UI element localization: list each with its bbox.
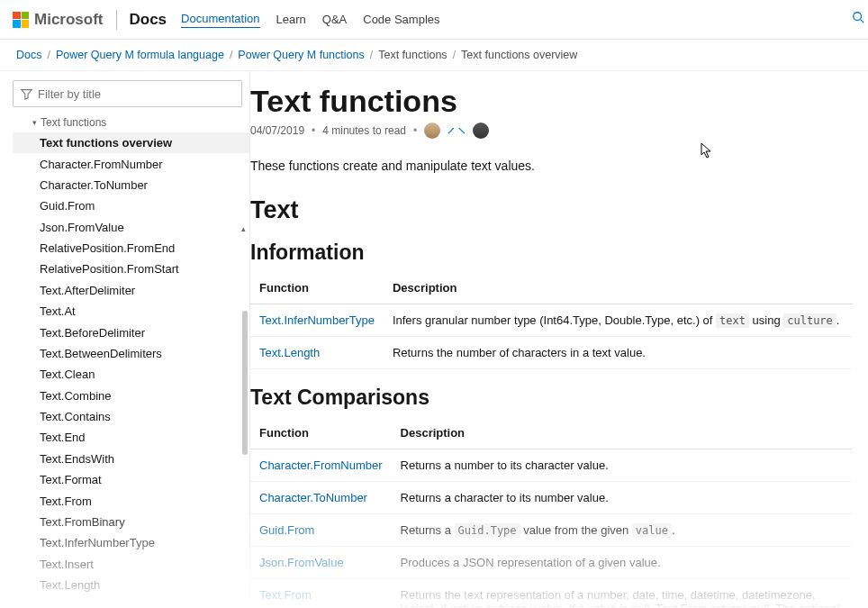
contributor-avatar[interactable] xyxy=(424,123,440,139)
filter-icon xyxy=(21,88,32,100)
filter-input[interactable] xyxy=(13,80,242,107)
scroll-up-icon[interactable]: ▴ xyxy=(241,224,246,233)
function-description: Returns a Guid.Type value from the given… xyxy=(392,514,852,547)
col-description: Description xyxy=(384,272,852,304)
page-date: 04/07/2019 xyxy=(250,124,304,137)
function-link[interactable]: Text.Length xyxy=(259,346,320,359)
intro-paragraph: These functions create and manipulate te… xyxy=(250,159,852,173)
breadcrumb-item: Text functions overview xyxy=(461,49,577,61)
nav-item-code-samples[interactable]: Code Samples xyxy=(363,13,439,26)
col-function: Function xyxy=(250,272,384,304)
toc-item[interactable]: Text.Length xyxy=(13,575,249,592)
chevron-down-icon: ▾ xyxy=(32,118,37,127)
table-row: Character.FromNumberReturns a number to … xyxy=(250,449,852,482)
brand-label: Microsoft xyxy=(34,11,104,29)
table-row: Text.FromReturns the text representation… xyxy=(250,579,852,608)
function-description: Infers granular number type (Int64.Type,… xyxy=(384,304,852,337)
toc-item[interactable]: Text.InferNumberType xyxy=(13,532,249,553)
svg-point-0 xyxy=(854,13,862,21)
function-description: Returns a number to its character value. xyxy=(392,449,852,482)
breadcrumb: Docs/Power Query M formula language/Powe… xyxy=(0,40,868,71)
filter-text-field[interactable] xyxy=(38,87,234,101)
toc-item[interactable]: Text.Format xyxy=(13,469,249,490)
toc-item[interactable]: RelativePosition.FromStart xyxy=(13,259,249,279)
toc-item[interactable]: Character.FromNumber xyxy=(13,153,249,174)
page-title: Text functions xyxy=(250,84,852,119)
main-content: Text functions 04/07/2019 4 minutes to r… xyxy=(250,71,868,607)
sidebar: ▾ Text functions Text functions overview… xyxy=(0,71,250,607)
toc-item[interactable]: Text.FromBinary xyxy=(13,512,249,532)
function-link[interactable]: Text.InferNumberType xyxy=(259,313,375,327)
toc-item[interactable]: Text.Combine xyxy=(13,386,249,406)
svg-line-1 xyxy=(861,20,864,23)
toc-item[interactable]: Text.From xyxy=(13,490,249,511)
page-metadata: 04/07/2019 4 minutes to read ⟋⟍ xyxy=(250,123,852,139)
nav-divider xyxy=(116,10,117,30)
toc-item[interactable]: Text.End xyxy=(13,427,249,448)
function-description: Returns a character to its number value. xyxy=(392,482,852,514)
search-icon[interactable] xyxy=(852,11,864,27)
toc-item[interactable]: Text.At xyxy=(13,301,249,322)
table-row: Guid.FromReturns a Guid.Type value from … xyxy=(250,514,852,547)
breadcrumb-item[interactable]: Power Query M formula language xyxy=(56,49,224,61)
toc-item[interactable]: Text.Insert xyxy=(13,554,249,575)
col-description: Description xyxy=(392,417,852,449)
function-description: Produces a JSON representation of a give… xyxy=(392,547,852,579)
toc-item[interactable]: Text functions overview xyxy=(13,132,249,153)
toc-item[interactable]: Text.BetweenDelimiters xyxy=(13,343,249,364)
top-navigation: Microsoft Docs DocumentationLearnQ&ACode… xyxy=(0,0,868,40)
table-row: Text.LengthReturns the number of charact… xyxy=(250,337,852,369)
comparisons-table: Function Description Character.FromNumbe… xyxy=(250,417,852,607)
toc-section-heading[interactable]: ▾ Text functions xyxy=(13,114,249,132)
breadcrumb-item: Text functions xyxy=(378,49,447,61)
nav-item-documentation[interactable]: Documentation xyxy=(181,12,259,28)
toc-item[interactable]: Text.BeforeDelimiter xyxy=(13,322,249,342)
toc-item[interactable]: Text.AfterDelimiter xyxy=(13,280,249,301)
toc-item[interactable]: Guid.From xyxy=(13,195,249,216)
contributor-ms-icon[interactable]: ⟋⟍ xyxy=(446,124,467,137)
toc-item[interactable]: Text.Clean xyxy=(13,364,249,385)
microsoft-logo[interactable]: Microsoft xyxy=(13,11,104,29)
nav-item-q-a[interactable]: Q&A xyxy=(322,13,347,26)
function-link[interactable]: Text.From xyxy=(259,588,312,602)
function-link[interactable]: Character.ToNumber xyxy=(259,491,367,504)
table-of-contents: ▾ Text functions Text functions overview… xyxy=(13,114,249,592)
contributor-avatar[interactable] xyxy=(473,123,489,139)
toc-item[interactable]: Json.FromValue xyxy=(13,217,249,238)
function-description: Returns the text representation of a num… xyxy=(392,579,852,608)
mouse-cursor-icon xyxy=(701,142,713,161)
sidebar-scrollbar[interactable] xyxy=(242,311,248,455)
col-function: Function xyxy=(250,417,392,449)
table-row: Character.ToNumberReturns a character to… xyxy=(250,482,852,514)
subsection-information-heading: Information xyxy=(250,240,852,265)
function-link[interactable]: Json.FromValue xyxy=(259,556,344,569)
function-description: Returns the number of characters in a te… xyxy=(384,337,852,369)
toc-item[interactable]: Text.Contains xyxy=(13,406,249,427)
nav-item-learn[interactable]: Learn xyxy=(276,13,306,26)
table-row: Text.InferNumberTypeInfers granular numb… xyxy=(250,304,852,337)
subsection-comparisons-heading: Text Comparisons xyxy=(250,386,852,410)
toc-item[interactable]: RelativePosition.FromEnd xyxy=(13,238,249,259)
breadcrumb-item[interactable]: Docs xyxy=(16,49,41,61)
microsoft-logo-icon xyxy=(13,12,29,28)
nav-docs[interactable]: Docs xyxy=(130,11,167,29)
toc-item[interactable]: Character.ToNumber xyxy=(13,175,249,195)
function-link[interactable]: Guid.From xyxy=(259,523,314,537)
information-table: Function Description Text.InferNumberTyp… xyxy=(250,272,852,369)
section-text-heading: Text xyxy=(250,196,852,224)
function-link[interactable]: Character.FromNumber xyxy=(259,458,383,472)
page-read-time: 4 minutes to read xyxy=(322,124,406,137)
breadcrumb-item[interactable]: Power Query M functions xyxy=(238,49,364,61)
table-row: Json.FromValueProduces a JSON representa… xyxy=(250,547,852,579)
toc-item[interactable]: Text.EndsWith xyxy=(13,449,249,469)
